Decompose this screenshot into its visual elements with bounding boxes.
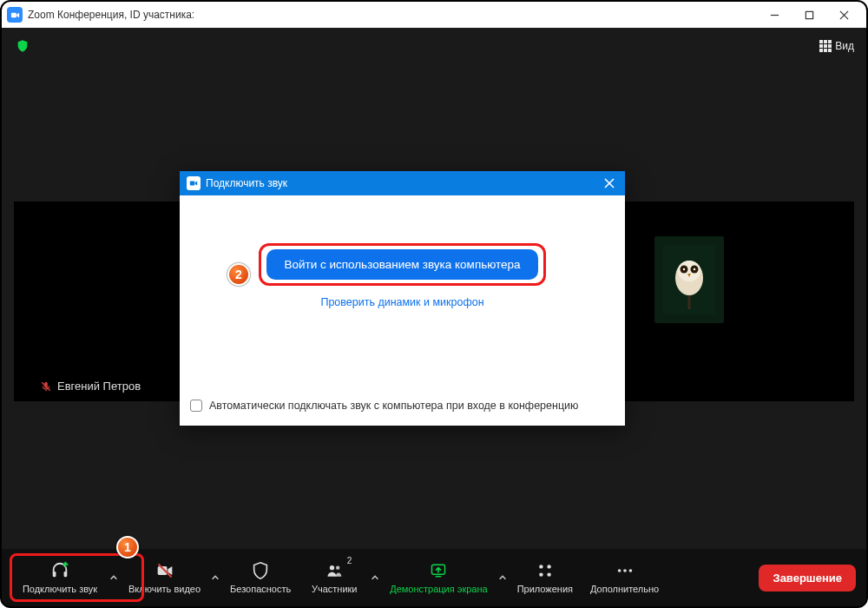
highlight-step-2: Войти с использованием звука компьютера — [259, 243, 545, 286]
dialog-title-text: Подключить звук — [206, 177, 287, 189]
svg-point-10 — [683, 268, 685, 270]
dialog-close-button[interactable] — [601, 176, 618, 190]
window-title: Zoom Конференция, ID участника: — [28, 9, 757, 21]
view-label: Вид — [835, 40, 854, 52]
mic-muted-icon — [40, 380, 52, 393]
meeting-top-row: Вид — [2, 31, 866, 61]
svg-point-31 — [623, 569, 627, 572]
participant-name-tag: Евгений Петров — [40, 380, 141, 393]
start-video-control[interactable]: Включить видео — [120, 552, 209, 603]
apps-icon — [535, 561, 556, 580]
owl-avatar-icon — [663, 245, 715, 314]
zoom-window: Zoom Конференция, ID участника: Вид — [0, 0, 868, 608]
window-close-button[interactable] — [826, 3, 861, 27]
svg-point-29 — [547, 572, 550, 576]
svg-point-23 — [336, 566, 339, 570]
share-screen-control[interactable]: Демонстрация экрана — [381, 552, 496, 603]
svg-rect-0 — [10, 12, 16, 17]
share-screen-icon — [428, 561, 449, 580]
zoom-app-icon — [187, 176, 201, 190]
svg-point-26 — [539, 565, 542, 568]
video-options-caret[interactable] — [209, 567, 221, 588]
share-screen-label: Демонстрация экрана — [390, 584, 487, 594]
window-controls — [757, 3, 861, 27]
headphones-icon — [49, 561, 70, 580]
dialog-body: Войти с использованием звука компьютера … — [180, 195, 625, 391]
start-video-label: Включить видео — [128, 584, 201, 594]
participants-icon — [324, 561, 345, 580]
participants-count-badge: 2 — [347, 556, 352, 565]
security-label: Безопасность — [230, 584, 291, 594]
annotation-badge-2: 2 — [227, 263, 250, 286]
window-titlebar: Zoom Конференция, ID участника: — [2, 2, 866, 28]
window-maximize-button[interactable] — [792, 3, 826, 27]
svg-rect-19 — [64, 572, 68, 577]
apps-label: Приложения — [517, 584, 573, 594]
auto-connect-label: Автоматически подключать звук с компьюте… — [209, 400, 578, 412]
end-meeting-button[interactable]: Завершение — [759, 565, 856, 591]
encryption-shield-icon[interactable] — [14, 37, 31, 55]
svg-point-27 — [547, 565, 550, 568]
svg-point-11 — [694, 268, 695, 270]
join-audio-label: Подключить звук — [23, 584, 97, 594]
dialog-footer: Автоматически подключать звук с компьюте… — [180, 391, 625, 426]
join-with-computer-audio-button[interactable]: Войти с использованием звука компьютера — [266, 249, 537, 280]
more-control[interactable]: Дополнительно — [582, 552, 667, 603]
video-off-icon — [155, 561, 175, 580]
auto-connect-checkbox[interactable] — [190, 400, 202, 412]
svg-point-30 — [617, 569, 621, 572]
window-minimize-button[interactable] — [757, 3, 792, 27]
share-options-caret[interactable] — [496, 567, 509, 588]
participant-name-text: Евгений Петров — [57, 380, 141, 393]
view-button[interactable]: Вид — [819, 40, 854, 52]
grid-icon — [819, 40, 832, 52]
svg-point-32 — [628, 569, 632, 572]
apps-control[interactable]: Приложения — [509, 552, 582, 603]
svg-point-28 — [539, 572, 542, 576]
participants-options-caret[interactable] — [369, 567, 381, 588]
join-audio-control[interactable]: Подключить звук — [12, 552, 108, 603]
participant-avatar-tile[interactable] — [654, 236, 724, 323]
dialog-titlebar: Подключить звук — [180, 171, 625, 195]
svg-rect-2 — [806, 11, 812, 18]
more-label: Дополнительно — [590, 584, 659, 594]
shield-icon — [250, 561, 271, 580]
annotation-badge-1: 1 — [116, 536, 139, 558]
svg-rect-15 — [190, 182, 194, 186]
security-control[interactable]: Безопасность — [221, 552, 299, 603]
participants-label: Участники — [312, 584, 358, 594]
audio-options-caret[interactable] — [108, 567, 120, 588]
zoom-app-icon — [7, 7, 23, 23]
join-audio-dialog: Подключить звук Войти с использованием з… — [180, 171, 625, 426]
svg-point-22 — [330, 565, 334, 570]
more-icon — [615, 561, 635, 580]
test-speaker-mic-link[interactable]: Проверить динамик и микрофон — [320, 296, 483, 308]
participants-control[interactable]: 2 Участники — [299, 552, 369, 603]
svg-rect-18 — [53, 572, 56, 577]
